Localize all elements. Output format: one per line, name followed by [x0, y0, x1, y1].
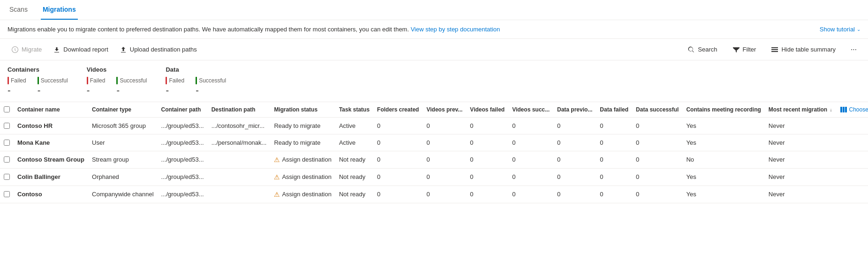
cell-migration-status: Ready to migrate	[270, 117, 335, 134]
upload-paths-button[interactable]: Upload destination paths	[116, 43, 201, 56]
hide-table-summary-button[interactable]: Hide table summary	[767, 43, 839, 56]
choose-columns-label: Choose columns	[849, 106, 868, 113]
svg-rect-2	[771, 51, 778, 52]
cell-choose-col-empty	[836, 168, 868, 185]
cell-videos-prev: 0	[423, 168, 466, 185]
summary-data-failed: Failed -	[166, 77, 184, 96]
summary-videos-failed: Failed -	[87, 77, 106, 96]
row-checkbox[interactable]	[4, 156, 10, 163]
row-checkbox-cell	[0, 117, 14, 134]
cell-type: User	[88, 134, 158, 151]
col-data-failed: Data failed	[596, 102, 632, 118]
row-checkbox[interactable]	[4, 174, 10, 180]
cell-migration-status: Ready to migrate	[270, 134, 335, 151]
warn-icon: ⚠	[274, 156, 280, 163]
filter-button[interactable]: Filter	[729, 43, 760, 56]
cell-videos-failed: 0	[466, 168, 508, 185]
containers-failed-text: Failed	[11, 77, 26, 84]
col-container-name[interactable]: Container name	[14, 102, 88, 118]
col-videos-succ: Videos succ...	[508, 102, 553, 118]
select-all-checkbox[interactable]	[4, 106, 10, 112]
containers-successful-value: -	[38, 85, 68, 96]
cell-name: Contoso HR	[14, 117, 88, 134]
migration-status-text: Ready to migrate	[274, 139, 320, 146]
task-status-text: Not ready	[339, 156, 365, 163]
choose-columns-button[interactable]: Choose columns	[840, 106, 868, 113]
toolbar: Migrate Download report Upload destinati…	[0, 39, 868, 60]
cell-name: Colin Ballinger	[14, 168, 88, 185]
cell-videos-succ: 0	[508, 185, 553, 203]
tab-scans[interactable]: Scans	[8, 0, 30, 20]
cell-dest	[208, 185, 271, 203]
columns-icon	[840, 106, 847, 113]
cell-videos-succ: 0	[508, 117, 553, 134]
cell-dest: .../personal/monak...	[208, 134, 271, 151]
containers-successful-text: Successful	[41, 77, 68, 84]
row-checkbox-cell	[0, 168, 14, 185]
info-text-body: Migrations enable you to migrate content…	[8, 26, 409, 33]
migrate-button[interactable]: Migrate	[8, 43, 45, 56]
cell-data-failed: 0	[596, 168, 632, 185]
cell-folders-created: 0	[373, 151, 423, 168]
filter-icon	[732, 45, 740, 53]
row-checkbox[interactable]	[4, 123, 10, 129]
cell-type: Orphaned	[88, 168, 158, 185]
toolbar-left: Migrate Download report Upload destinati…	[8, 43, 201, 56]
cell-task-status: Not ready	[335, 151, 373, 168]
cell-type: Microsoft 365 group	[88, 117, 158, 134]
col-videos-prev: Videos prev...	[423, 102, 466, 118]
doc-link[interactable]: View step by step documentation	[411, 26, 500, 33]
videos-failed-text: Failed	[90, 77, 106, 84]
cell-type: Stream group	[88, 151, 158, 168]
cell-contains-recording: Yes	[682, 134, 764, 151]
summary-section: Containers Failed - Successful -	[0, 60, 868, 102]
cell-data-successful: 0	[632, 151, 682, 168]
data-failed-text: Failed	[169, 77, 184, 84]
table-header: Container name Container type Container …	[0, 102, 868, 118]
table-row: Contoso HR Microsoft 365 group .../group…	[0, 117, 868, 134]
toolbar-right: Search Filter Hide table summary ⋯	[684, 43, 860, 56]
videos-failed-value: -	[87, 85, 106, 96]
show-tutorial-label: Show tutorial	[820, 26, 855, 33]
row-checkbox[interactable]	[4, 140, 10, 146]
col-choose-columns: Choose columns	[836, 102, 868, 118]
cell-path: .../group/ed53...	[158, 185, 208, 203]
cell-folders-created: 0	[373, 117, 423, 134]
cell-contains-recording: Yes	[682, 168, 764, 185]
search-label: Search	[698, 46, 717, 53]
row-checkbox[interactable]	[4, 191, 10, 197]
cell-path: .../group/ed53...	[158, 151, 208, 168]
cell-data-previo: 0	[553, 117, 596, 134]
videos-successful-value: -	[116, 85, 147, 96]
cell-migration-status: ⚠Assign destination	[270, 151, 335, 168]
col-folders-created: Folders created	[373, 102, 423, 118]
cell-task-status: Active	[335, 117, 373, 134]
table-summary-icon	[771, 45, 778, 53]
green-indicator	[196, 77, 197, 84]
cell-videos-succ: 0	[508, 134, 553, 151]
svg-rect-3	[840, 107, 842, 112]
cell-videos-failed: 0	[466, 151, 508, 168]
cell-videos-prev: 0	[423, 185, 466, 203]
download-report-label: Download report	[63, 46, 108, 53]
migration-status-text: Ready to migrate	[274, 122, 320, 129]
download-report-button[interactable]: Download report	[49, 43, 112, 56]
cell-videos-failed: 0	[466, 185, 508, 203]
cell-name: Mona Kane	[14, 134, 88, 151]
more-options-button[interactable]: ⋯	[847, 43, 860, 56]
hide-table-summary-label: Hide table summary	[781, 46, 836, 53]
tab-migrations[interactable]: Migrations	[41, 0, 78, 20]
cell-most-recent: Never	[765, 117, 836, 134]
videos-successful-text: Successful	[120, 77, 147, 84]
search-button[interactable]: Search	[684, 43, 721, 56]
col-most-recent[interactable]: Most recent migration ↓	[765, 102, 836, 118]
cell-data-failed: 0	[596, 185, 632, 203]
row-checkbox-cell	[0, 134, 14, 151]
cell-data-failed: 0	[596, 117, 632, 134]
summary-data-items: Failed - Successful -	[166, 77, 226, 96]
show-tutorial-button[interactable]: Show tutorial ⌄	[820, 26, 860, 33]
summary-group-data: Data Failed - Successful -	[166, 66, 226, 96]
col-data-previo: Data previo...	[553, 102, 596, 118]
table-row: Colin Ballinger Orphaned .../group/ed53.…	[0, 168, 868, 185]
summary-containers-items: Failed - Successful -	[8, 77, 68, 96]
